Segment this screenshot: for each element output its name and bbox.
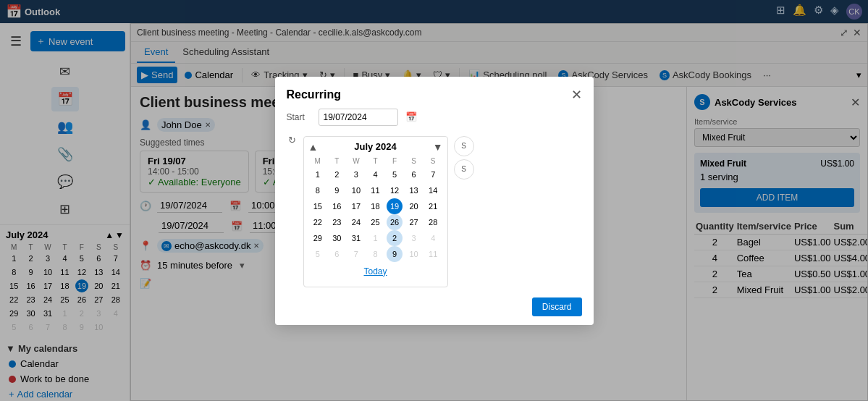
- modal-cal-day[interactable]: 27: [406, 214, 422, 230]
- modal-cal-day[interactable]: 4: [367, 166, 383, 182]
- modal-cal-day[interactable]: 23: [329, 214, 345, 230]
- modal-cal-day[interactable]: 20: [406, 198, 422, 214]
- modal-recur-refresh[interactable]: ↻: [287, 133, 298, 147]
- modal-cal-day[interactable]: 30: [329, 230, 345, 246]
- modal-cal-day[interactable]: 11: [425, 246, 441, 262]
- modal-cal-day[interactable]: 14: [425, 182, 441, 198]
- modal-cal-day[interactable]: 26: [387, 214, 403, 230]
- modal-cal-day[interactable]: 9: [387, 246, 403, 262]
- modal-day-label: T: [366, 156, 385, 166]
- modal-day-label: T: [327, 156, 347, 166]
- modal-cal-day[interactable]: 22: [310, 214, 326, 230]
- modal-start-date-input[interactable]: [319, 109, 398, 126]
- modal-cal-day[interactable]: 10: [348, 182, 364, 198]
- modal-header: Recurring ✕: [275, 77, 594, 109]
- recurring-modal: Recurring ✕ Start 📅 ↻ ▲ July 2024 ▼: [275, 77, 594, 325]
- modal-overlay: Recurring ✕ Start 📅 ↻ ▲ July 2024 ▼: [0, 0, 868, 401]
- modal-cal-day[interactable]: 9: [329, 182, 345, 198]
- modal-cal-prev[interactable]: ▲: [308, 141, 319, 153]
- modal-calendar-icon[interactable]: 📅: [404, 110, 418, 124]
- modal-cal-day[interactable]: 2: [329, 166, 345, 182]
- modal-day-label: S: [424, 156, 443, 166]
- recur-s-circle-2[interactable]: S: [454, 159, 474, 180]
- modal-cal-day[interactable]: 2: [387, 230, 403, 246]
- discard-button[interactable]: Discard: [532, 297, 582, 316]
- modal-cal-day[interactable]: 25: [367, 214, 383, 230]
- modal-cal-day[interactable]: 12: [387, 182, 403, 198]
- modal-cal-header: ▲ July 2024 ▼: [308, 141, 443, 153]
- modal-day-label: W: [347, 156, 366, 166]
- modal-day-label: M: [308, 156, 328, 166]
- modal-actions: Discard: [275, 297, 594, 325]
- modal-cal-day[interactable]: 7: [348, 246, 364, 262]
- modal-cal-day[interactable]: 24: [348, 214, 364, 230]
- modal-cal-day[interactable]: 1: [367, 230, 383, 246]
- modal-inline-calendar: ▲ July 2024 ▼ MTWTFSS1234567891011121314…: [303, 136, 448, 287]
- modal-cal-day[interactable]: 3: [348, 166, 364, 182]
- modal-cal-and-recur: ↻ ▲ July 2024 ▼ MTWTFSS12345678910111213…: [287, 133, 582, 287]
- modal-cal-day[interactable]: 21: [425, 198, 441, 214]
- modal-day-label: S: [404, 156, 424, 166]
- modal-cal-day[interactable]: 1: [310, 166, 326, 182]
- modal-cal-day[interactable]: 5: [310, 246, 326, 262]
- modal-cal-day[interactable]: 6: [329, 246, 345, 262]
- modal-cal-next[interactable]: ▼: [433, 141, 443, 153]
- modal-body: Start 📅 ↻ ▲ July 2024 ▼ MTWTFSS123456789…: [275, 109, 594, 297]
- recur-s-circle-1[interactable]: S: [454, 136, 474, 156]
- modal-cal-day[interactable]: 3: [406, 230, 422, 246]
- modal-cal-day[interactable]: 17: [348, 198, 364, 214]
- modal-cal-day[interactable]: 7: [425, 166, 441, 182]
- modal-cal-day[interactable]: 16: [329, 198, 345, 214]
- modal-cal-day[interactable]: 13: [406, 182, 422, 198]
- modal-close-button[interactable]: ✕: [571, 87, 582, 103]
- modal-cal-day[interactable]: 8: [367, 246, 383, 262]
- modal-day-label: F: [385, 156, 405, 166]
- modal-cal-grid: MTWTFSS123456789101112131415161718192021…: [308, 156, 443, 262]
- modal-cal-day[interactable]: 31: [348, 230, 364, 246]
- modal-cal-day[interactable]: 19: [387, 198, 403, 214]
- modal-cal-day[interactable]: 10: [406, 246, 422, 262]
- today-button[interactable]: Today: [363, 266, 387, 277]
- modal-footer: Today: [308, 262, 443, 282]
- modal-start-row: Start 📅: [287, 109, 582, 126]
- modal-cal-day[interactable]: 15: [310, 198, 326, 214]
- modal-cal-day[interactable]: 28: [425, 214, 441, 230]
- modal-cal-day[interactable]: 8: [310, 182, 326, 198]
- modal-title: Recurring: [287, 88, 342, 101]
- modal-cal-day[interactable]: 11: [367, 182, 383, 198]
- modal-cal-day[interactable]: 18: [367, 198, 383, 214]
- modal-cal-day[interactable]: 6: [406, 166, 422, 182]
- modal-start-label: Start: [287, 112, 313, 122]
- modal-cal-day[interactable]: 5: [387, 166, 403, 182]
- modal-cal-month: July 2024: [354, 141, 397, 152]
- modal-cal-day[interactable]: 29: [310, 230, 326, 246]
- modal-cal-day[interactable]: 4: [425, 230, 441, 246]
- recur-circles: S S: [454, 136, 474, 180]
